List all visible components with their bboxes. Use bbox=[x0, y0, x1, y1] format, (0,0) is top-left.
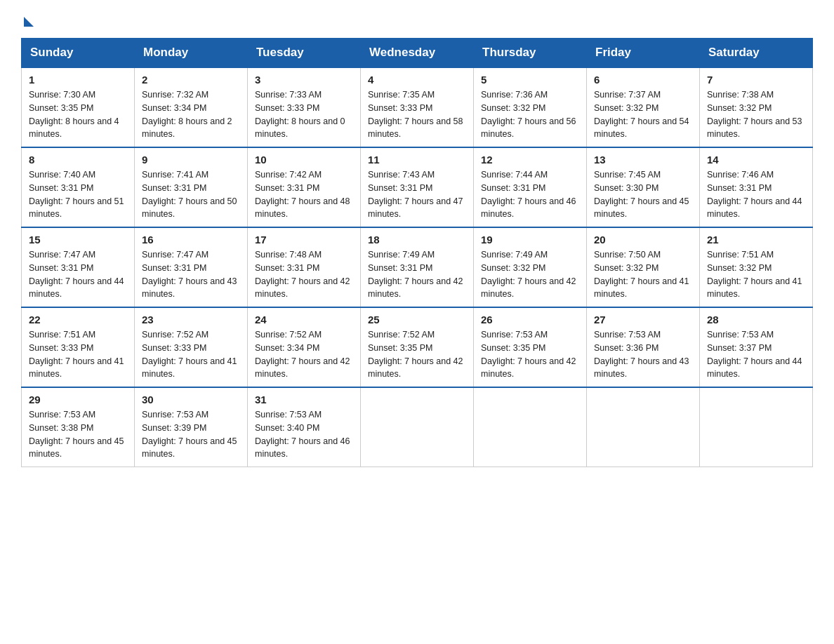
day-info: Sunrise: 7:52 AM Sunset: 3:33 PM Dayligh… bbox=[142, 328, 240, 381]
day-info: Sunrise: 7:35 AM Sunset: 3:33 PM Dayligh… bbox=[368, 88, 466, 141]
day-number: 20 bbox=[594, 234, 692, 246]
calendar-week-1: 1 Sunrise: 7:30 AM Sunset: 3:35 PM Dayli… bbox=[22, 67, 813, 147]
day-info: Sunrise: 7:53 AM Sunset: 3:36 PM Dayligh… bbox=[594, 328, 692, 381]
page-header bbox=[21, 14, 813, 25]
day-info: Sunrise: 7:32 AM Sunset: 3:34 PM Dayligh… bbox=[142, 88, 240, 141]
day-info: Sunrise: 7:41 AM Sunset: 3:31 PM Dayligh… bbox=[142, 168, 240, 221]
day-info: Sunrise: 7:49 AM Sunset: 3:31 PM Dayligh… bbox=[368, 248, 466, 301]
day-info: Sunrise: 7:53 AM Sunset: 3:40 PM Dayligh… bbox=[255, 408, 353, 461]
calendar-week-5: 29 Sunrise: 7:53 AM Sunset: 3:38 PM Dayl… bbox=[22, 387, 813, 467]
calendar-cell: 27 Sunrise: 7:53 AM Sunset: 3:36 PM Dayl… bbox=[587, 307, 700, 387]
day-info: Sunrise: 7:47 AM Sunset: 3:31 PM Dayligh… bbox=[29, 248, 127, 301]
day-info: Sunrise: 7:51 AM Sunset: 3:33 PM Dayligh… bbox=[29, 328, 127, 381]
calendar-header-row: SundayMondayTuesdayWednesdayThursdayFrid… bbox=[22, 39, 813, 68]
calendar-cell: 13 Sunrise: 7:45 AM Sunset: 3:30 PM Dayl… bbox=[587, 147, 700, 227]
day-number: 30 bbox=[142, 394, 240, 405]
day-info: Sunrise: 7:38 AM Sunset: 3:32 PM Dayligh… bbox=[707, 88, 805, 141]
day-info: Sunrise: 7:36 AM Sunset: 3:32 PM Dayligh… bbox=[481, 88, 579, 141]
day-number: 31 bbox=[255, 394, 353, 405]
day-number: 29 bbox=[29, 394, 127, 405]
calendar-cell: 28 Sunrise: 7:53 AM Sunset: 3:37 PM Dayl… bbox=[700, 307, 813, 387]
day-number: 23 bbox=[142, 314, 240, 326]
calendar-cell: 20 Sunrise: 7:50 AM Sunset: 3:32 PM Dayl… bbox=[587, 227, 700, 307]
day-number: 10 bbox=[255, 154, 353, 166]
day-info: Sunrise: 7:52 AM Sunset: 3:34 PM Dayligh… bbox=[255, 328, 353, 381]
calendar-cell: 11 Sunrise: 7:43 AM Sunset: 3:31 PM Dayl… bbox=[361, 147, 474, 227]
calendar-cell: 7 Sunrise: 7:38 AM Sunset: 3:32 PM Dayli… bbox=[700, 67, 813, 147]
calendar-cell: 4 Sunrise: 7:35 AM Sunset: 3:33 PM Dayli… bbox=[361, 67, 474, 147]
calendar-header-saturday: Saturday bbox=[700, 39, 813, 68]
day-number: 1 bbox=[29, 74, 127, 86]
calendar-week-4: 22 Sunrise: 7:51 AM Sunset: 3:33 PM Dayl… bbox=[22, 307, 813, 387]
calendar-cell: 21 Sunrise: 7:51 AM Sunset: 3:32 PM Dayl… bbox=[700, 227, 813, 307]
day-number: 12 bbox=[481, 154, 579, 166]
day-info: Sunrise: 7:44 AM Sunset: 3:31 PM Dayligh… bbox=[481, 168, 579, 221]
calendar-header-friday: Friday bbox=[587, 39, 700, 68]
day-info: Sunrise: 7:49 AM Sunset: 3:32 PM Dayligh… bbox=[481, 248, 579, 301]
day-number: 6 bbox=[594, 74, 692, 86]
day-number: 15 bbox=[29, 234, 127, 246]
logo-arrow-icon bbox=[24, 17, 34, 27]
calendar-header-monday: Monday bbox=[135, 39, 248, 68]
day-number: 14 bbox=[707, 154, 805, 166]
calendar-cell: 19 Sunrise: 7:49 AM Sunset: 3:32 PM Dayl… bbox=[474, 227, 587, 307]
day-number: 24 bbox=[255, 314, 353, 326]
calendar-cell: 8 Sunrise: 7:40 AM Sunset: 3:31 PM Dayli… bbox=[22, 147, 135, 227]
day-number: 25 bbox=[368, 314, 466, 326]
calendar-cell: 24 Sunrise: 7:52 AM Sunset: 3:34 PM Dayl… bbox=[248, 307, 361, 387]
day-info: Sunrise: 7:48 AM Sunset: 3:31 PM Dayligh… bbox=[255, 248, 353, 301]
day-number: 18 bbox=[368, 234, 466, 246]
calendar-week-2: 8 Sunrise: 7:40 AM Sunset: 3:31 PM Dayli… bbox=[22, 147, 813, 227]
calendar-header-sunday: Sunday bbox=[22, 39, 135, 68]
calendar-cell: 12 Sunrise: 7:44 AM Sunset: 3:31 PM Dayl… bbox=[474, 147, 587, 227]
day-info: Sunrise: 7:43 AM Sunset: 3:31 PM Dayligh… bbox=[368, 168, 466, 221]
calendar-cell: 22 Sunrise: 7:51 AM Sunset: 3:33 PM Dayl… bbox=[22, 307, 135, 387]
day-number: 2 bbox=[142, 74, 240, 86]
day-number: 21 bbox=[707, 234, 805, 246]
day-number: 22 bbox=[29, 314, 127, 326]
day-number: 11 bbox=[368, 154, 466, 166]
calendar-cell: 17 Sunrise: 7:48 AM Sunset: 3:31 PM Dayl… bbox=[248, 227, 361, 307]
day-info: Sunrise: 7:37 AM Sunset: 3:32 PM Dayligh… bbox=[594, 88, 692, 141]
day-number: 16 bbox=[142, 234, 240, 246]
day-info: Sunrise: 7:52 AM Sunset: 3:35 PM Dayligh… bbox=[368, 328, 466, 381]
calendar-cell: 2 Sunrise: 7:32 AM Sunset: 3:34 PM Dayli… bbox=[135, 67, 248, 147]
day-number: 4 bbox=[368, 74, 466, 86]
day-info: Sunrise: 7:45 AM Sunset: 3:30 PM Dayligh… bbox=[594, 168, 692, 221]
calendar-cell: 16 Sunrise: 7:47 AM Sunset: 3:31 PM Dayl… bbox=[135, 227, 248, 307]
calendar-table: SundayMondayTuesdayWednesdayThursdayFrid… bbox=[21, 38, 813, 467]
day-info: Sunrise: 7:33 AM Sunset: 3:33 PM Dayligh… bbox=[255, 88, 353, 141]
calendar-cell: 23 Sunrise: 7:52 AM Sunset: 3:33 PM Dayl… bbox=[135, 307, 248, 387]
calendar-cell: 6 Sunrise: 7:37 AM Sunset: 3:32 PM Dayli… bbox=[587, 67, 700, 147]
calendar-cell: 30 Sunrise: 7:53 AM Sunset: 3:39 PM Dayl… bbox=[135, 387, 248, 467]
day-info: Sunrise: 7:46 AM Sunset: 3:31 PM Dayligh… bbox=[707, 168, 805, 221]
calendar-header-thursday: Thursday bbox=[474, 39, 587, 68]
day-info: Sunrise: 7:53 AM Sunset: 3:39 PM Dayligh… bbox=[142, 408, 240, 461]
day-info: Sunrise: 7:53 AM Sunset: 3:37 PM Dayligh… bbox=[707, 328, 805, 381]
day-number: 26 bbox=[481, 314, 579, 326]
day-number: 28 bbox=[707, 314, 805, 326]
calendar-header-wednesday: Wednesday bbox=[361, 39, 474, 68]
day-info: Sunrise: 7:42 AM Sunset: 3:31 PM Dayligh… bbox=[255, 168, 353, 221]
day-number: 17 bbox=[255, 234, 353, 246]
day-number: 5 bbox=[481, 74, 579, 86]
day-info: Sunrise: 7:47 AM Sunset: 3:31 PM Dayligh… bbox=[142, 248, 240, 301]
day-info: Sunrise: 7:51 AM Sunset: 3:32 PM Dayligh… bbox=[707, 248, 805, 301]
calendar-cell: 1 Sunrise: 7:30 AM Sunset: 3:35 PM Dayli… bbox=[22, 67, 135, 147]
calendar-cell: 25 Sunrise: 7:52 AM Sunset: 3:35 PM Dayl… bbox=[361, 307, 474, 387]
day-info: Sunrise: 7:53 AM Sunset: 3:35 PM Dayligh… bbox=[481, 328, 579, 381]
calendar-cell: 9 Sunrise: 7:41 AM Sunset: 3:31 PM Dayli… bbox=[135, 147, 248, 227]
calendar-cell: 29 Sunrise: 7:53 AM Sunset: 3:38 PM Dayl… bbox=[22, 387, 135, 467]
day-info: Sunrise: 7:30 AM Sunset: 3:35 PM Dayligh… bbox=[29, 88, 127, 141]
day-info: Sunrise: 7:53 AM Sunset: 3:38 PM Dayligh… bbox=[29, 408, 127, 461]
calendar-week-3: 15 Sunrise: 7:47 AM Sunset: 3:31 PM Dayl… bbox=[22, 227, 813, 307]
calendar-cell bbox=[587, 387, 700, 467]
day-number: 8 bbox=[29, 154, 127, 166]
logo bbox=[21, 14, 34, 25]
day-info: Sunrise: 7:40 AM Sunset: 3:31 PM Dayligh… bbox=[29, 168, 127, 221]
day-number: 3 bbox=[255, 74, 353, 86]
day-number: 9 bbox=[142, 154, 240, 166]
calendar-cell: 3 Sunrise: 7:33 AM Sunset: 3:33 PM Dayli… bbox=[248, 67, 361, 147]
day-number: 19 bbox=[481, 234, 579, 246]
calendar-cell: 5 Sunrise: 7:36 AM Sunset: 3:32 PM Dayli… bbox=[474, 67, 587, 147]
